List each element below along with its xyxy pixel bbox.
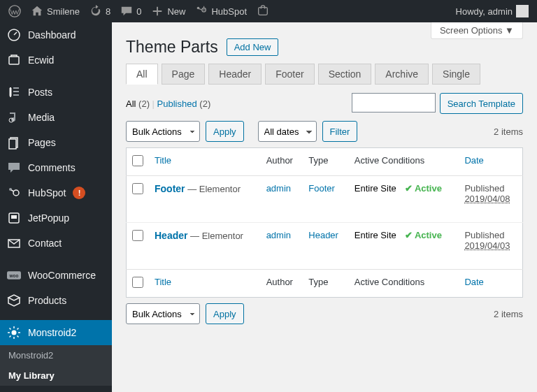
submenu-item-monstroid2[interactable]: Monstroid2	[0, 345, 112, 365]
howdy-link[interactable]: Howdy, admin	[456, 5, 529, 17]
row-type-link[interactable]: Header	[308, 230, 338, 240]
hubspot-link[interactable]: HubSpot	[195, 5, 247, 17]
sidebar-item-ecwid[interactable]: Ecwid	[0, 48, 112, 73]
row-title-link[interactable]: Footer	[155, 183, 185, 194]
svg-rect-12	[9, 139, 16, 149]
sidebar-item-jetpopup[interactable]: JetPopup	[0, 205, 112, 231]
col-author: Author	[261, 148, 303, 176]
table-row: Header — Elementor admin Header Entire S…	[127, 223, 523, 270]
tab-section[interactable]: Section	[318, 64, 372, 85]
svg-point-3	[203, 9, 205, 10]
svg-rect-6	[9, 57, 19, 64]
status-filters: All (2) | Published (2)	[126, 99, 210, 109]
admin-sidebar: Dashboard Ecwid Posts Media Pages Commen…	[0, 22, 112, 392]
add-new-button[interactable]: Add New	[227, 38, 279, 56]
tabs: All Page Header Footer Section Archive S…	[126, 64, 523, 85]
list-table: Title Author Type Active Conditions Date…	[126, 147, 523, 298]
col-active: Active Conditions	[349, 148, 459, 176]
col-date[interactable]: Date	[464, 155, 483, 166]
svg-point-20	[12, 331, 17, 335]
sidebar-item-monstroid2[interactable]: Monstroid2	[0, 320, 112, 345]
search-input[interactable]	[352, 93, 436, 112]
avatar-icon	[516, 5, 529, 17]
row-author-link[interactable]: admin	[266, 230, 291, 240]
apply-button[interactable]: Apply	[206, 303, 244, 324]
apply-button[interactable]: Apply	[206, 121, 244, 142]
tab-footer[interactable]: Footer	[265, 64, 314, 85]
sidebar-item-posts[interactable]: Posts	[0, 80, 112, 105]
new-link[interactable]: New	[151, 5, 185, 17]
svg-rect-7	[13, 87, 19, 89]
active-badge: ✔ Active	[405, 183, 442, 194]
active-badge: ✔ Active	[405, 230, 442, 240]
row-title-link[interactable]: Header	[155, 230, 187, 241]
submenu-item-my-library[interactable]: My Library	[0, 365, 112, 386]
updates-link[interactable]: 8	[90, 5, 110, 17]
sidebar-item-dashboard[interactable]: Dashboard	[0, 22, 112, 48]
row-checkbox[interactable]	[132, 183, 143, 194]
site-link[interactable]: Smilene	[31, 5, 80, 17]
row-checkbox[interactable]	[132, 230, 143, 241]
published-filter[interactable]: Published	[157, 99, 197, 109]
col-date[interactable]: Date	[464, 277, 483, 287]
select-all-checkbox[interactable]	[132, 277, 143, 288]
cart-icon[interactable]	[257, 5, 269, 17]
bulk-actions-select[interactable]: Bulk Actions	[126, 303, 200, 324]
tab-all[interactable]: All	[126, 64, 158, 85]
tab-archive[interactable]: Archive	[375, 64, 429, 85]
row-type-link[interactable]: Footer	[308, 183, 335, 194]
admin-bar: Smilene 8 0 New HubSpot Howdy, admin	[0, 0, 537, 22]
svg-rect-4	[259, 8, 268, 15]
dates-select[interactable]: All dates	[258, 121, 317, 142]
sidebar-item-media[interactable]: Media	[0, 105, 112, 130]
row-author-link[interactable]: admin	[266, 183, 291, 194]
sidebar-item-pages[interactable]: Pages	[0, 130, 112, 155]
col-title[interactable]: Title	[155, 277, 171, 287]
svg-rect-8	[13, 91, 19, 92]
tab-single[interactable]: Single	[432, 64, 480, 85]
svg-point-14	[13, 190, 19, 196]
select-all-checkbox[interactable]	[132, 155, 143, 166]
table-row: Footer — Elementor admin Footer Entire S…	[127, 176, 523, 223]
bulk-actions-select[interactable]: Bulk Actions	[126, 121, 200, 142]
sidebar-item-comments[interactable]: Comments	[0, 155, 112, 180]
comments-link[interactable]: 0	[120, 5, 141, 17]
sidebar-item-hubspot[interactable]: HubSpot!	[0, 180, 112, 205]
submenu: Monstroid2 My Library	[0, 345, 112, 386]
notification-badge: !	[73, 187, 85, 199]
tab-header[interactable]: Header	[208, 64, 262, 85]
col-title[interactable]: Title	[155, 155, 171, 166]
content-area: Screen Options ▼ Theme Parts Add New All…	[112, 22, 537, 392]
filter-button[interactable]: Filter	[322, 121, 358, 142]
svg-rect-16	[11, 215, 17, 219]
svg-rect-9	[13, 94, 19, 96]
screen-options-toggle[interactable]: Screen Options ▼	[431, 22, 523, 39]
items-count: 2 items	[494, 309, 523, 319]
tab-page[interactable]: Page	[162, 64, 206, 85]
page-title: Theme Parts Add New	[126, 38, 523, 57]
col-type: Type	[303, 148, 348, 176]
sidebar-item-woocommerce[interactable]: wooWooCommerce	[0, 263, 112, 288]
sidebar-item-products[interactable]: Products	[0, 288, 112, 313]
svg-text:woo: woo	[9, 273, 19, 278]
items-count: 2 items	[494, 126, 523, 137]
search-button[interactable]: Search Template	[440, 93, 523, 114]
sidebar-item-contact[interactable]: Contact	[0, 231, 112, 256]
wp-logo-icon[interactable]	[8, 5, 21, 17]
